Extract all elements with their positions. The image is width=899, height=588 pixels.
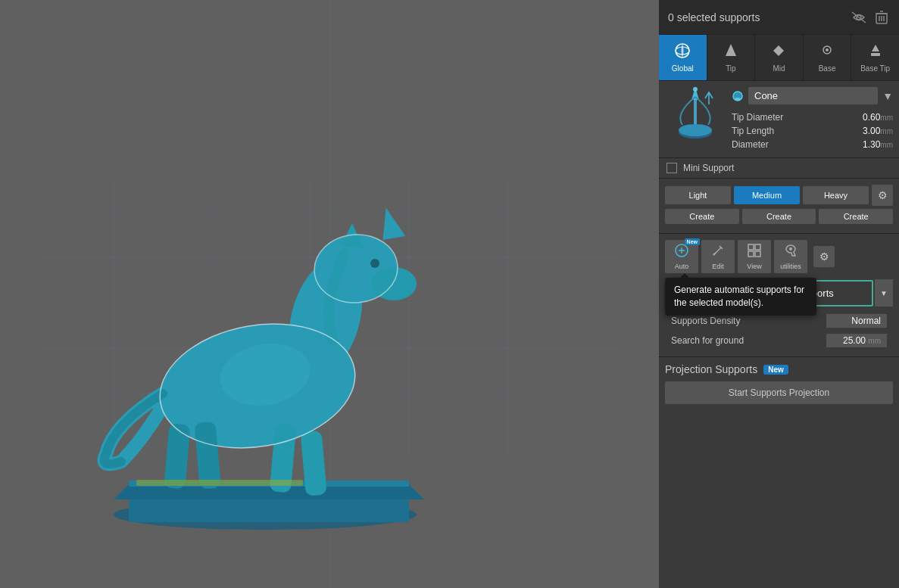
tip-length-row: Tip Length 3.00mm [732,124,893,138]
tab-tip-label: Tip [726,64,736,73]
cone-params: Cone ▼ Tip Diameter 0.60mm Tip Length 3.… [732,87,893,151]
svg-marker-43 [872,45,879,51]
light-create-button[interactable]: Create [665,209,739,224]
tab-base-tip[interactable]: Base Tip [851,35,899,80]
svg-rect-54 [748,244,754,250]
support-level-row: Light Medium Heavy ⚙ [665,185,893,206]
projection-title: Projection Supports [665,363,757,375]
svg-marker-39 [726,44,736,56]
unicorn-model [38,61,568,552]
tip-diameter-label: Tip Diameter [732,112,783,123]
light-button[interactable]: Light [665,186,731,204]
diameter-row: Diameter 1.30mm [732,138,893,151]
action-gear-button[interactable]: ⚙ [813,246,835,267]
mini-support-row: Mini Support [659,158,899,179]
tab-bar: Global Tip Mid [659,35,899,81]
base-tip-icon [869,42,882,63]
support-buttons-section: Light Medium Heavy ⚙ Create Create Creat… [659,179,899,234]
selected-supports-title: 0 selected supports [668,11,760,23]
base-icon [820,42,834,63]
edit-icon [710,243,726,261]
tip-length-label: Tip Length [732,126,774,136]
view-icon [747,243,762,261]
projection-header: Projection Supports New [665,363,893,375]
search-ground-label: Search for ground [671,335,744,346]
svg-rect-44 [871,53,880,56]
panel-header: 0 selected supports [659,0,899,35]
tab-mid[interactable]: Mid [755,35,804,80]
tab-base-label: Base [819,64,836,73]
cone-dropdown-arrow: ▼ [882,90,893,102]
heavy-create-button[interactable]: Create [819,209,893,224]
supports-density-label: Supports Density [671,316,740,326]
mid-icon [772,42,785,63]
view-label: View [747,263,761,270]
tab-global-label: Global [672,64,694,73]
cone-type-select[interactable]: Cone [748,87,878,104]
tab-mid-label: Mid [773,64,785,73]
tip-diameter-row: Tip Diameter 0.60mm [732,110,893,124]
right-panel: 0 selected supports [659,0,899,588]
edit-action-button[interactable]: Edit [701,240,735,273]
auto-action-button[interactable]: New Auto [665,240,698,273]
trash-icon[interactable] [873,9,890,26]
utilities-label: utilities [780,263,801,270]
tip-length-value: 3.00mm [863,126,893,136]
action-section: New Auto Generate automatic supports for… [659,234,899,357]
diameter-label: Diameter [732,139,769,150]
cone-preview [665,87,726,148]
utilities-icon [783,243,798,261]
action-icons-row: New Auto Generate automatic supports for… [665,240,893,273]
tab-base-tip-label: Base Tip [860,64,890,73]
auto-new-badge: New [685,238,700,245]
svg-marker-20 [375,205,405,242]
search-ground-value[interactable]: 25.00 mm [826,334,887,347]
svg-point-47 [679,124,712,136]
svg-point-42 [826,48,829,51]
auto-icon [674,243,689,261]
header-icons [851,9,890,26]
edit-label: Edit [712,263,724,270]
medium-create-button[interactable]: Create [742,209,816,224]
tab-base[interactable]: Base [804,35,852,80]
utilities-action-button[interactable]: utilities [774,240,807,273]
support-settings-gear[interactable]: ⚙ [872,185,893,206]
diameter-value: 1.30mm [863,139,893,150]
cone-title-row: Cone ▼ [732,87,893,104]
tip-icon [724,42,738,63]
svg-marker-40 [773,45,784,56]
create-buttons-row: Create Create Create [665,209,893,224]
view-action-button[interactable]: View [738,240,771,273]
start-supports-projection-button[interactable]: Start Supports Projection [665,381,893,404]
auto-label: Auto [675,263,689,270]
projection-section: Projection Supports New Start Supports P… [659,357,899,410]
heavy-button[interactable]: Heavy [803,186,869,204]
svg-point-22 [370,259,379,268]
search-ground-row: Search for ground 25.00 mm [665,331,893,350]
projection-new-label: New [763,365,788,375]
global-icon [674,42,691,63]
svg-rect-57 [755,251,760,257]
mini-support-checkbox[interactable] [666,163,677,173]
tab-global[interactable]: Global [659,35,707,80]
svg-point-19 [371,267,417,300]
mini-support-label: Mini Support [683,163,734,173]
cone-icon [732,90,744,102]
svg-rect-56 [748,251,754,257]
svg-point-52 [735,98,741,101]
visibility-icon[interactable] [851,9,867,26]
tip-diameter-value: 0.60mm [863,112,893,123]
svg-rect-55 [755,244,760,250]
tooltip: Generate automatic supports for the sele… [665,278,816,316]
tab-tip[interactable]: Tip [707,35,756,80]
svg-rect-13 [129,499,409,522]
svg-point-58 [789,247,792,250]
svg-point-49 [693,87,698,92]
supports-density-value[interactable]: Normal [826,314,887,328]
3d-viewport[interactable] [0,0,659,588]
generate-dropdown-button[interactable]: ▼ [875,279,893,306]
cone-section: Cone ▼ Tip Diameter 0.60mm Tip Length 3.… [659,81,899,158]
medium-button[interactable]: Medium [734,186,800,204]
